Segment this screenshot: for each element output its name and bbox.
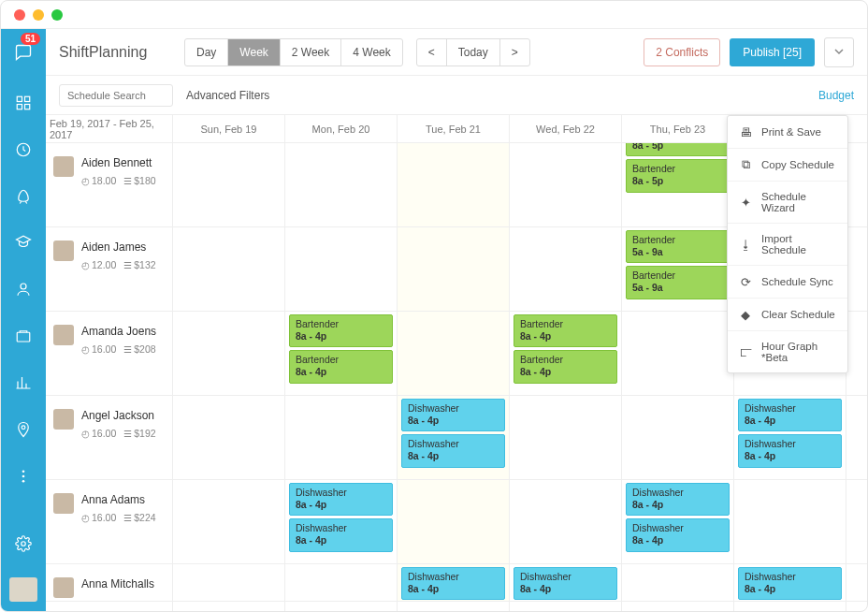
nav-files[interactable] [1, 323, 46, 349]
schedule-cell[interactable] [173, 143, 284, 227]
schedule-cell[interactable] [173, 312, 284, 396]
dropdown-schedule-sync[interactable]: ⟳Schedule Sync [728, 266, 847, 299]
schedule-cell[interactable] [398, 312, 509, 396]
shift-block[interactable]: Dishwasher8a - 4p [289, 483, 393, 516]
staff-name[interactable]: Aiden Bennett [81, 156, 156, 169]
view-2week[interactable]: 2 Week [281, 39, 341, 66]
shift-block[interactable]: Dishwasher8a - 4p [738, 399, 842, 431]
schedule-cell[interactable] [173, 564, 284, 602]
nav-settings[interactable] [1, 531, 46, 557]
view-4week[interactable]: 4 Week [341, 39, 401, 66]
shift-block[interactable]: Dishwasher8a - 4p [401, 399, 505, 431]
dropdown-hour-graph[interactable]: ⫍Hour Graph *Beta [728, 331, 847, 372]
schedule-cell[interactable] [510, 143, 621, 227]
schedule-cell[interactable] [734, 480, 846, 564]
prev-period-button[interactable]: < [417, 39, 447, 66]
shift-block[interactable]: Bartender8a - 4p [289, 350, 393, 383]
schedule-cell[interactable] [173, 227, 284, 312]
shift-block[interactable]: Bartender5a - 9a [626, 230, 730, 263]
today-button[interactable]: Today [447, 39, 500, 66]
shift-block[interactable]: Bartender8a - 4p [289, 314, 393, 347]
schedule-cell[interactable]: Dishwasher8a - 4p Dishwasher8a - 4p [622, 480, 733, 564]
schedule-cell[interactable]: Bartender8a - 5p Bartender8a - 5p [622, 143, 733, 227]
schedule-cell[interactable] [285, 227, 397, 312]
schedule-cell[interactable] [173, 480, 284, 564]
staff-name[interactable]: Anna Mitchalls [81, 577, 154, 590]
schedule-cell[interactable]: Dishwasher8a - 4p [510, 564, 621, 602]
publish-button[interactable]: Publish [25] [730, 38, 815, 66]
schedule-cell[interactable] [285, 564, 397, 602]
schedule-cell[interactable]: Dishwasher8a - 4p [734, 564, 846, 602]
schedule-cell[interactable] [622, 564, 733, 602]
staff-name[interactable]: Amanda Joens [81, 325, 156, 338]
toolbar-more-button[interactable] [824, 37, 854, 67]
schedule-cell[interactable] [510, 227, 621, 312]
advanced-filters-link[interactable]: Advanced Filters [186, 89, 269, 102]
shift-block[interactable]: Dishwasher8a - 4p [626, 483, 730, 516]
current-user-avatar[interactable] [9, 577, 37, 602]
schedule-cell[interactable] [846, 143, 867, 227]
schedule-cell[interactable] [846, 480, 867, 564]
dropdown-copy-schedule[interactable]: ⧉Copy Schedule [728, 149, 847, 182]
shift-block[interactable]: Bartender8a - 5p [626, 159, 730, 192]
shift-block[interactable]: Bartender5a - 9a [626, 266, 730, 299]
shift-block[interactable]: Dishwasher8a - 4p [738, 567, 842, 600]
nav-time-clock[interactable] [1, 137, 46, 163]
schedule-cell[interactable] [398, 143, 509, 227]
schedule-cell[interactable]: Dishwasher8a - 4p Dishwasher8a - 4p [398, 396, 509, 480]
shift-block[interactable]: Dishwasher8a - 4p [514, 567, 617, 600]
schedule-cell[interactable] [846, 564, 867, 602]
window-close-icon[interactable] [14, 9, 25, 21]
shift-block[interactable]: Dishwasher8a - 4p [289, 518, 393, 551]
shift-block[interactable]: Bartender8a - 4p [514, 314, 617, 347]
staff-name[interactable]: Aiden James [81, 240, 156, 254]
staff-name[interactable]: Anna Adams [81, 493, 156, 506]
schedule-cell[interactable] [846, 227, 867, 312]
schedule-cell[interactable]: Dishwasher8a - 4p Dishwasher8a - 4p [285, 480, 397, 564]
schedule-cell[interactable] [398, 480, 509, 564]
dropdown-print-save[interactable]: 🖶Print & Save [728, 116, 847, 149]
dropdown-schedule-wizard[interactable]: ✦Schedule Wizard [728, 182, 847, 224]
schedule-cell[interactable] [398, 227, 509, 312]
nav-reports[interactable] [1, 370, 46, 396]
schedule-cell[interactable] [622, 312, 733, 396]
view-day[interactable]: Day [185, 39, 228, 66]
shift-block[interactable]: Bartender8a - 5p [626, 143, 730, 156]
nav-training[interactable] [1, 230, 46, 256]
nav-staff[interactable] [1, 276, 46, 302]
schedule-cell[interactable] [173, 396, 284, 480]
nav-dashboard[interactable] [1, 90, 46, 116]
schedule-cell[interactable] [510, 480, 621, 564]
search-input[interactable] [67, 90, 155, 101]
schedule-cell[interactable]: Dishwasher8a - 4p [398, 564, 509, 602]
schedule-cell[interactable] [846, 312, 867, 396]
shift-block[interactable]: Dishwasher8a - 4p [626, 518, 730, 551]
schedule-cell[interactable] [510, 396, 621, 480]
dropdown-clear-schedule[interactable]: ◆Clear Schedule [728, 299, 847, 331]
next-period-button[interactable]: > [500, 39, 529, 66]
window-maximize-icon[interactable] [51, 9, 63, 21]
shift-block[interactable]: Bartender8a - 4p [514, 350, 617, 383]
shift-block[interactable]: Dishwasher8a - 4p [738, 434, 842, 467]
schedule-cell[interactable]: Bartender8a - 4p Bartender8a - 4p [285, 312, 397, 396]
schedule-cell[interactable]: Bartender8a - 4p Bartender8a - 4p [510, 312, 621, 396]
window-minimize-icon[interactable] [33, 9, 44, 21]
nav-more[interactable] [1, 463, 46, 489]
shift-block[interactable]: Dishwasher8a - 4p [401, 567, 505, 600]
nav-launch[interactable] [1, 183, 46, 210]
nav-locations[interactable] [1, 416, 46, 443]
schedule-cell[interactable]: Dishwasher8a - 4p Dishwasher8a - 4p [734, 396, 846, 480]
schedule-cell[interactable] [846, 396, 867, 480]
staff-name[interactable]: Angel Jackson [81, 409, 156, 422]
schedule-cell[interactable]: Bartender5a - 9a Bartender5a - 9a [622, 227, 733, 312]
budget-link[interactable]: Budget [818, 89, 854, 102]
view-week[interactable]: Week [228, 39, 280, 66]
conflicts-button[interactable]: 2 Conflicts [644, 38, 720, 66]
nav-messages[interactable]: 51 [1, 36, 46, 69]
shift-block[interactable]: Dishwasher8a - 4p [401, 434, 505, 467]
schedule-search[interactable] [59, 84, 173, 107]
dropdown-import-schedule[interactable]: ⭳Import Schedule [728, 224, 847, 266]
schedule-cell[interactable] [285, 143, 397, 227]
schedule-cell[interactable] [622, 396, 733, 480]
schedule-cell[interactable] [285, 396, 397, 480]
